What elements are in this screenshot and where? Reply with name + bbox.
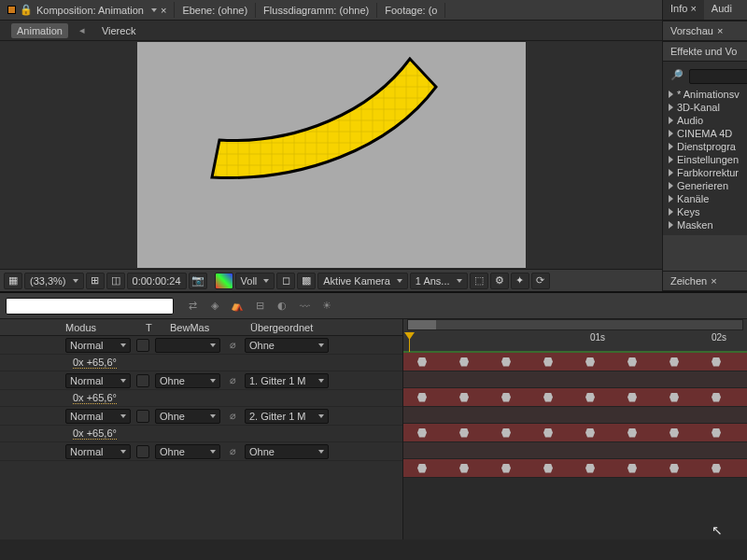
property-value-row[interactable]: 0x +65,6° [0,390,402,407]
keyframe[interactable] [543,357,553,367]
preview-tab[interactable]: Vorschau × [663,21,747,41]
effects-category[interactable]: Audio [669,114,747,127]
comp-mini-flowchart-icon[interactable]: ⇄ [185,299,200,314]
blend-mode-dropdown[interactable]: Normal [65,444,131,459]
layer-row[interactable]: NormalOhne⌀1. Gitter 1 M [0,371,402,390]
keyframe[interactable] [669,393,679,402]
tool-icon-3[interactable]: ✦ [511,273,529,289]
views-dropdown[interactable]: 1 Ans... [410,273,468,289]
effects-category[interactable]: CINEMA 4D [669,127,747,140]
parent-dropdown[interactable]: Ohne [245,338,329,353]
col-trackmatte-t[interactable]: T [146,322,164,333]
keyframe[interactable] [712,357,721,367]
trackmatte-toggle[interactable] [136,374,149,387]
pickwhip-icon[interactable]: ⌀ [226,410,239,422]
keyframe[interactable] [627,464,637,473]
layer-tab[interactable]: Ebene: (ohne) [175,3,256,18]
keyframe[interactable] [501,464,511,473]
effects-tab[interactable]: Effekte und Vo [663,41,747,62]
layer-row[interactable]: NormalOhne⌀2. Gitter 1 M [0,407,402,426]
keyframe[interactable] [627,428,637,438]
work-area-bar[interactable] [407,319,743,330]
keyframe[interactable] [585,464,595,473]
parent-dropdown[interactable]: 2. Gitter 1 M [245,409,329,424]
keyframe[interactable] [501,357,511,367]
property-track[interactable] [403,442,747,459]
comp-tab-active[interactable]: 🔒 Komposition: Animation × [0,2,175,18]
graph-icon[interactable]: 〰 [297,299,312,314]
info-tab[interactable]: Info × [663,0,704,20]
trackmatte-dropdown[interactable] [155,338,220,353]
time-ruler[interactable]: 01s02s [403,319,747,353]
keyframe[interactable] [585,357,595,367]
pickwhip-icon[interactable]: ⌀ [226,374,239,386]
trackmatte-toggle[interactable] [136,410,149,423]
keyframe[interactable] [417,357,427,367]
time-display[interactable]: 0:00:00:24 [127,273,187,289]
comp-canvas[interactable] [137,42,526,268]
flowchart-tab[interactable]: Flussdiagramm: (ohne) [256,3,377,18]
rotation-value[interactable]: 0x +65,6° [73,357,117,369]
motionblur-icon[interactable]: ◐ [275,299,289,314]
dropdown-icon[interactable] [151,8,157,12]
trackmatte-dropdown[interactable]: Ohne [155,373,220,388]
property-value-row[interactable]: 0x +65,6° [0,426,402,442]
fx-icon[interactable]: ⊟ [252,299,267,314]
keyframe[interactable] [417,393,427,402]
rotation-value[interactable]: 0x +65,6° [73,392,117,404]
comp-viewer[interactable] [0,41,662,269]
guides-icon[interactable]: ◫ [106,273,125,289]
keyframe[interactable] [627,393,637,402]
effects-category[interactable]: Kanäle [669,192,747,205]
trackmatte-toggle[interactable] [136,445,149,458]
trackmatte-dropdown[interactable]: Ohne [155,444,220,459]
camera-dropdown[interactable]: Aktive Kamera [317,273,408,289]
effects-search-input[interactable] [689,69,747,84]
tool-icon-4[interactable]: ⟳ [531,273,550,289]
roi-icon[interactable]: ◻ [276,273,295,289]
keyframe[interactable] [543,428,553,438]
character-tab[interactable]: Zeichen × [663,271,747,291]
effects-category[interactable]: Dienstprogra [669,140,747,153]
property-track[interactable] [403,407,747,424]
keyframe[interactable] [543,464,553,473]
layer-bar[interactable] [403,459,747,478]
blend-mode-dropdown[interactable]: Normal [65,338,131,353]
keyframe[interactable] [669,357,679,367]
resolution-dropdown[interactable]: Voll [235,273,275,289]
keyframe[interactable] [712,393,721,402]
pickwhip-icon[interactable]: ⌀ [226,445,239,457]
col-trackmatte[interactable]: BewMas [170,322,245,333]
timeline-tracks[interactable]: 01s02s [403,319,747,539]
keyframe[interactable] [417,428,427,438]
keyframe[interactable] [459,393,469,402]
property-value-row[interactable]: 0x +65,6° [0,355,402,371]
keyframe[interactable] [543,393,553,402]
blend-mode-dropdown[interactable]: Normal [65,373,131,388]
effects-category[interactable]: * Animationsv [669,88,747,101]
keyframe[interactable] [669,428,679,438]
layer-bar[interactable] [403,388,747,407]
trackmatte-dropdown[interactable]: Ohne [155,409,220,424]
zoom-dropdown[interactable]: (33,3%) [24,273,84,289]
parent-dropdown[interactable]: 1. Gitter 1 M [245,373,329,388]
keyframe[interactable] [459,464,469,473]
layer-row[interactable]: Normal⌀Ohne [0,336,402,355]
pickwhip-icon[interactable]: ⌀ [226,339,239,351]
footage-tab[interactable]: Footage: (o [377,3,445,18]
work-area-handle[interactable] [408,320,436,329]
keyframe[interactable] [417,464,427,473]
property-track[interactable] [403,371,747,388]
audio-tab[interactable]: Audi [704,0,740,20]
effects-category[interactable]: Einstellungen [669,153,747,166]
layer-bar[interactable] [403,353,747,371]
keyframe[interactable] [501,428,511,438]
tool-icon-1[interactable]: ⬚ [470,273,488,289]
effects-category[interactable]: Generieren [669,179,747,192]
effects-category[interactable]: Farbkorrektur [669,166,747,179]
timeline-search-input[interactable] [6,298,174,315]
layer-shape[interactable] [137,42,526,268]
grid-icon[interactable]: ⊞ [86,273,105,289]
snapshot-icon[interactable]: 📷 [189,273,207,289]
effects-category[interactable]: Keys [669,205,747,218]
